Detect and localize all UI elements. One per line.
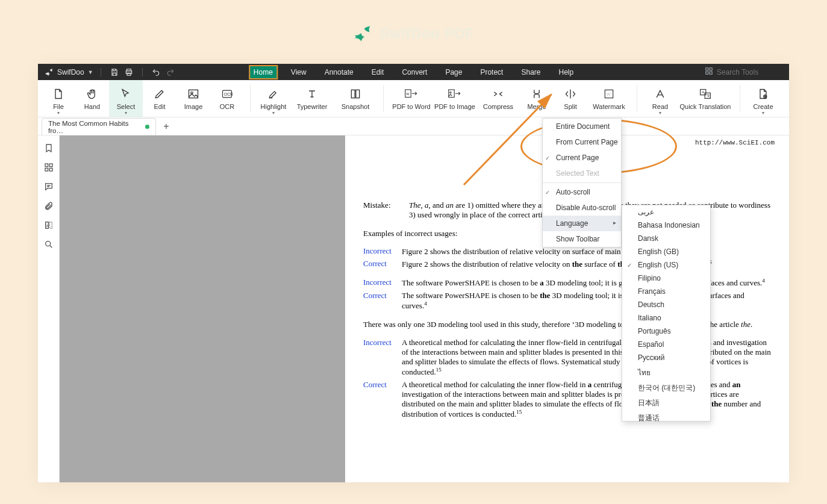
menu-tab-protect[interactable]: Protect [475, 65, 508, 79]
read-menu-item[interactable]: Language▸ [543, 216, 621, 231]
gray-workspace-area [60, 135, 345, 482]
chevron-right-icon: ▸ [613, 219, 616, 226]
language-option[interactable]: Bahasa Indonesian [622, 219, 710, 232]
ribbon-pdf2word-button[interactable]: WPDF to Word [390, 80, 433, 117]
language-option[interactable]: Português [622, 325, 710, 338]
svg-rect-7 [189, 90, 198, 98]
left-rail: W [38, 135, 60, 482]
ribbon-qtrans-button[interactable]: A文Quick Translation [677, 80, 734, 117]
language-option[interactable]: 日本語 [622, 396, 710, 411]
ribbon-pdf2img-button[interactable]: PDF to Image [433, 80, 476, 117]
pair1-correct: Figure 2 shows the distribution of relat… [402, 259, 771, 269]
ribbon-hand-button[interactable]: Hand [75, 80, 109, 117]
ribbon-image-button[interactable]: Image [176, 80, 210, 117]
document-tab-title: The Most Common Habits fro… [48, 120, 140, 134]
label-correct: Correct [363, 259, 402, 269]
menu-tab-edit[interactable]: Edit [367, 65, 389, 79]
ribbon-typewriter-button[interactable]: Typewriter [290, 80, 334, 117]
chevron-down-icon: ▾ [57, 110, 60, 116]
language-option[interactable]: Italiano [622, 311, 710, 325]
menu-tab-convert[interactable]: Convert [397, 65, 432, 79]
ribbon-file-button[interactable]: File▾ [42, 80, 75, 117]
apps-icon[interactable] [705, 67, 713, 77]
brand-title: SwifDoo PDF [380, 25, 474, 42]
ribbon-create-button[interactable]: Create▾ [746, 80, 780, 117]
thumbnails-icon[interactable] [43, 162, 54, 173]
language-option[interactable]: Español [622, 338, 710, 351]
brand-area: SwifDoo PDF [0, 24, 827, 43]
language-option[interactable]: 한국어 (대한민국) [622, 381, 710, 396]
app-name[interactable]: SwifDoo [57, 68, 84, 76]
menu-tab-home[interactable]: Home [249, 65, 278, 79]
ribbon-select-button[interactable]: Select▾ [109, 80, 143, 117]
read-menu-item[interactable]: ✓Auto-scroll [543, 184, 621, 200]
svg-rect-27 [49, 168, 52, 171]
language-option[interactable]: عربى [622, 205, 710, 219]
ribbon-edit-button[interactable]: Edit [143, 80, 176, 117]
read-menu-item[interactable]: From Current Page [543, 134, 621, 150]
ribbon-watermark-button[interactable]: WWatermark [587, 80, 631, 117]
language-option[interactable]: 普通话 [622, 411, 710, 426]
read-menu-item[interactable]: Disable Auto-scroll [543, 200, 621, 216]
menu-tab-page[interactable]: Page [440, 65, 467, 79]
svg-text:W: W [46, 224, 49, 228]
svg-text:W: W [607, 92, 611, 97]
language-option[interactable]: ✓English (US) [622, 258, 710, 272]
menu-tab-view[interactable]: View [286, 65, 311, 79]
search-tools-input[interactable] [717, 68, 783, 76]
print-icon[interactable] [123, 66, 135, 78]
watermark-icon: W [603, 87, 615, 101]
read-dropdown-menu[interactable]: Entire DocumentFrom Current Page✓Current… [542, 118, 622, 247]
ocr-icon: OCR [221, 87, 233, 101]
comments-icon[interactable] [43, 181, 54, 192]
svg-rect-4 [710, 68, 712, 70]
chevron-down-icon: ▾ [125, 110, 127, 116]
menu-tab-share[interactable]: Share [516, 65, 545, 79]
menu-tab-help[interactable]: Help [554, 65, 578, 79]
svg-text:OCR: OCR [224, 92, 233, 96]
svg-point-16 [450, 92, 451, 93]
search-icon[interactable] [43, 239, 54, 250]
menu-tab-annotate[interactable]: Annotate [320, 65, 358, 79]
merge-icon [531, 87, 543, 101]
language-option[interactable]: ไทย [622, 364, 710, 381]
language-option[interactable]: Français [622, 285, 710, 298]
ribbon-split-button[interactable]: Split [554, 80, 587, 117]
ribbon-snapshot-button[interactable]: Snapshot [334, 80, 377, 117]
ribbon-ocr-button[interactable]: OCROCR [210, 80, 244, 117]
select-icon [120, 87, 132, 101]
read-menu-item[interactable]: Show Toolbar [543, 231, 621, 247]
add-tab-button[interactable]: + [160, 120, 173, 133]
svg-rect-24 [45, 164, 48, 167]
ribbon-highlight-button[interactable]: Highlight▾ [257, 80, 290, 117]
check-icon: ✓ [545, 155, 550, 161]
language-submenu[interactable]: عربىBahasa IndonesianDanskEnglish (GB)✓E… [622, 205, 711, 422]
ribbon-read-button[interactable]: Read▾ [643, 80, 677, 117]
redo-icon[interactable] [164, 66, 176, 78]
language-option[interactable]: Dansk [622, 232, 710, 245]
attachments-icon[interactable] [43, 201, 54, 211]
modified-indicator-icon [145, 125, 149, 129]
app-bird-icon [43, 66, 55, 78]
pair3-incorrect: A theoretical method for calculating the… [402, 338, 771, 377]
pair1-incorrect: Figure 2 shows the distribution of relat… [402, 246, 771, 257]
ribbon-merge-button[interactable]: Merge [520, 80, 554, 117]
svg-rect-3 [706, 68, 708, 70]
ribbon-compress-button[interactable]: Compress [476, 80, 520, 117]
chevron-down-icon: ▾ [272, 110, 275, 116]
language-option[interactable]: English (GB) [622, 245, 710, 258]
undo-icon[interactable] [150, 66, 162, 78]
app-dropdown-caret-icon[interactable]: ▼ [87, 69, 93, 75]
language-option[interactable]: Filipino [622, 272, 710, 285]
qtrans-icon: A文 [699, 87, 711, 101]
compare-icon[interactable]: W [43, 220, 54, 231]
document-tab[interactable]: The Most Common Habits fro… [42, 118, 156, 135]
read-menu-item[interactable]: ✓Current Page [543, 150, 621, 166]
svg-point-30 [45, 241, 50, 246]
read-menu-item[interactable]: Entire Document [543, 119, 621, 134]
language-option[interactable]: Deutsch [622, 298, 710, 311]
save-icon[interactable] [108, 66, 120, 78]
bookmark-icon[interactable] [43, 143, 54, 154]
language-option[interactable]: Русский [622, 351, 710, 364]
pdf2img-icon [448, 87, 461, 101]
